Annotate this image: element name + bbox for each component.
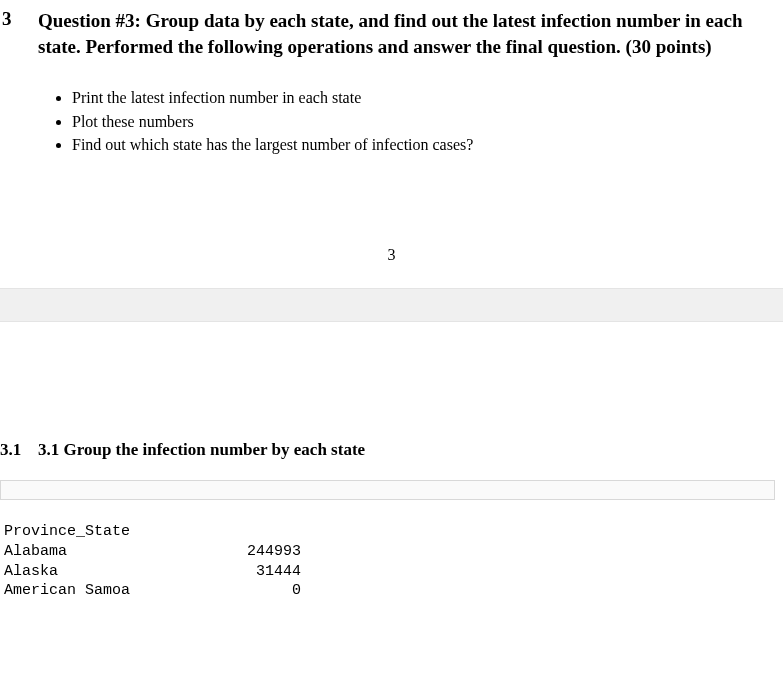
code-cell-empty[interactable] [0, 480, 775, 500]
bullet-list: Print the latest infection number in eac… [72, 87, 783, 156]
list-item: Print the latest infection number in eac… [72, 87, 783, 109]
code-output: Province_State Alabama 244993 Alaska 314… [4, 522, 783, 601]
section-title: Question #3: Group data by each state, a… [38, 8, 783, 59]
section-header: 3 Question #3: Group data by each state,… [0, 0, 783, 59]
output-row: American Samoa 0 [4, 582, 301, 599]
subsection-header: 3.1 3.1 Group the infection number by ea… [0, 440, 783, 460]
subsection-number: 3.1 [0, 440, 38, 460]
list-item: Plot these numbers [72, 111, 783, 133]
output-header: Province_State [4, 523, 130, 540]
page-divider [0, 288, 783, 322]
output-row: Alabama 244993 [4, 543, 301, 560]
subsection-title: 3.1 Group the infection number by each s… [38, 440, 365, 460]
list-item: Find out which state has the largest num… [72, 134, 783, 156]
page-number: 3 [0, 246, 783, 264]
output-row: Alaska 31444 [4, 563, 301, 580]
section-number: 3 [0, 8, 38, 30]
